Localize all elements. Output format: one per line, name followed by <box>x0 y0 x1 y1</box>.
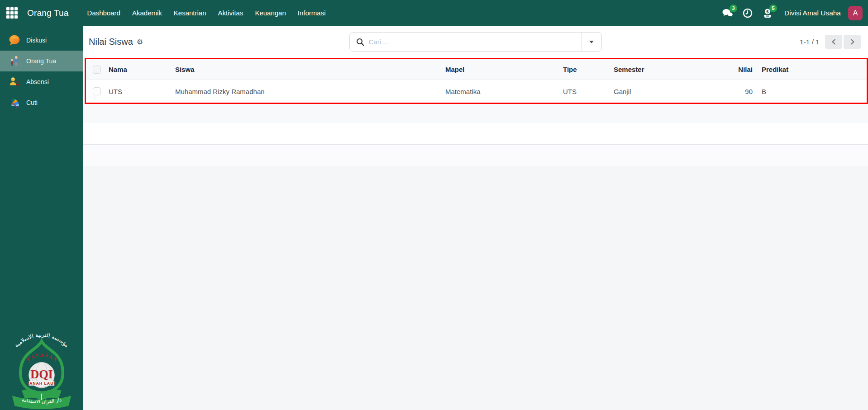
search-options-button[interactable] <box>582 33 601 51</box>
prev-page-button[interactable] <box>825 35 842 49</box>
timeoff-icon <box>9 97 20 108</box>
sidebar: Diskusi Orang Tua Absensi <box>0 26 83 410</box>
avatar[interactable]: A <box>848 6 863 20</box>
menu-item-kesantrian[interactable]: Kesantrian <box>168 0 212 26</box>
attendance-icon <box>9 76 20 88</box>
discuss-icon <box>9 34 20 46</box>
top-navbar: Orang Tua Dashboard Akademik Kesantrian … <box>0 0 868 26</box>
sidebar-item-diskusi[interactable]: Diskusi <box>0 30 83 51</box>
cell-semester[interactable]: Ganjil <box>614 88 677 95</box>
menu-item-dashboard[interactable]: Dashboard <box>81 0 126 26</box>
sidebar-item-absensi[interactable]: Absensi <box>0 71 83 92</box>
parents-icon <box>9 55 20 67</box>
app-brand[interactable]: Orang Tua <box>27 8 69 18</box>
search-bar <box>349 32 602 52</box>
search-input[interactable] <box>369 38 582 46</box>
column-header-nilai[interactable]: Nilai <box>677 66 753 73</box>
cell-tipe[interactable]: UTS <box>563 88 614 95</box>
logo-name: DQI <box>30 368 53 381</box>
menu-item-informasi[interactable]: Informasi <box>292 0 332 26</box>
sidebar-item-label: Orang Tua <box>26 57 56 65</box>
column-header-siswa[interactable]: Siswa <box>175 66 445 73</box>
messages-count-badge: 3 <box>730 5 737 12</box>
chevron-left-icon <box>831 39 837 45</box>
sidebar-item-label: Diskusi <box>26 37 47 44</box>
menu-item-aktivitas[interactable]: Aktivitas <box>212 0 249 26</box>
pager-value: 1-1 / 1 <box>800 38 820 46</box>
money-activity-icon[interactable]: $ 5 <box>760 5 775 21</box>
table-row[interactable]: UTS Muhammad Rizky Ramadhan Matematika U… <box>86 80 867 103</box>
settings-gear-icon[interactable]: ⚙︎ <box>137 38 143 46</box>
next-page-button[interactable] <box>844 35 861 49</box>
control-panel: Nilai Siswa ⚙︎ 1-1 / 1 <box>83 26 868 58</box>
row-checkbox[interactable] <box>93 87 101 95</box>
clock-icon[interactable] <box>740 5 755 21</box>
main-menu: Dashboard Akademik Kesantrian Aktivitas … <box>81 0 332 26</box>
empty-row-stripe <box>83 123 868 145</box>
records-table-highlight: Nama Siswa Mapel Tipe Semester Nilai Pre… <box>85 58 868 104</box>
cell-mapel[interactable]: Matematika <box>445 88 563 95</box>
column-header-semester[interactable]: Semester <box>614 66 677 73</box>
cell-nilai[interactable]: 90 <box>677 88 753 95</box>
sidebar-item-orang-tua[interactable]: Orang Tua <box>0 51 83 71</box>
activities-count-badge: 5 <box>769 5 777 12</box>
apps-grid-icon[interactable] <box>6 7 18 19</box>
chevron-down-icon <box>589 41 594 43</box>
column-header-nama[interactable]: Nama <box>109 66 175 73</box>
column-header-mapel[interactable]: Mapel <box>445 66 563 73</box>
sidebar-item-label: Cuti <box>26 99 38 106</box>
column-header-predikat[interactable]: Predikat <box>753 66 867 73</box>
org-logo: مؤسسة التربية الاسلامية Y A Y A S A N DQ… <box>0 332 83 410</box>
sidebar-item-cuti[interactable]: Cuti <box>0 92 83 113</box>
user-menu[interactable]: Divisi Amal Usaha <box>784 9 841 17</box>
content-background <box>83 145 868 410</box>
select-all-checkbox[interactable] <box>93 66 101 74</box>
cell-siswa[interactable]: Muhammad Rizky Ramadhan <box>175 88 445 95</box>
cell-predikat[interactable]: B <box>753 88 867 95</box>
cell-nama[interactable]: UTS <box>109 88 175 95</box>
search-icon <box>356 38 364 46</box>
page-title: Nilai Siswa <box>89 37 133 47</box>
svg-text:$: $ <box>766 9 769 14</box>
messages-icon[interactable]: 3 <box>720 5 735 21</box>
sidebar-item-label: Absensi <box>26 78 49 85</box>
logo-sub: TANAH LAUT <box>27 381 57 386</box>
menu-item-akademik[interactable]: Akademik <box>126 0 168 26</box>
chevron-right-icon <box>849 39 855 45</box>
column-header-tipe[interactable]: Tipe <box>563 66 614 73</box>
table-header-row: Nama Siswa Mapel Tipe Semester Nilai Pre… <box>86 59 867 80</box>
empty-row-stripe <box>83 104 868 123</box>
menu-item-keuangan[interactable]: Keuangan <box>249 0 291 26</box>
